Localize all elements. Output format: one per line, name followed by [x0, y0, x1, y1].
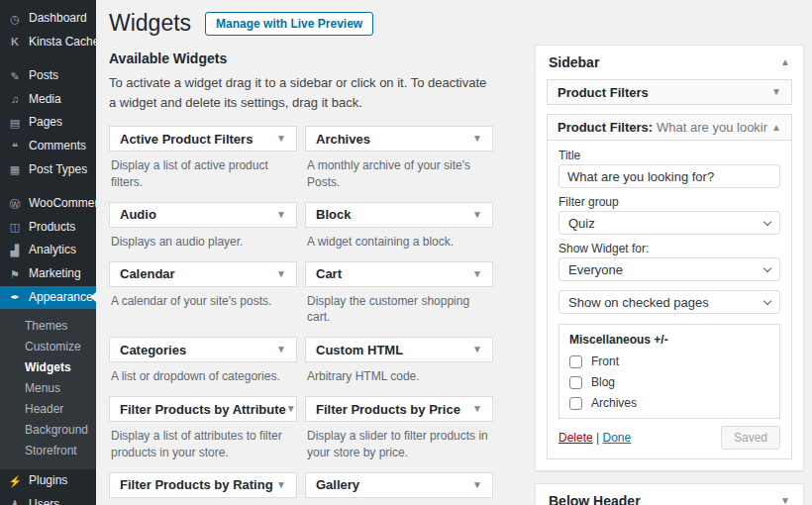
- checkbox-label: Front: [591, 354, 619, 368]
- title-field-label: Title: [558, 149, 780, 162]
- menu-separator: [0, 181, 96, 192]
- widget-title: Archives: [316, 132, 370, 147]
- widget-cell: Audio Displays an audio player.: [109, 202, 297, 261]
- links-separator: |: [596, 431, 599, 445]
- widget-description: A list or dropdown of categories.: [111, 368, 297, 385]
- sidebar-item-appearance[interactable]: Appearance: [0, 286, 96, 310]
- sidebar-panel-body: Product Filters Product Filters What are…: [536, 79, 803, 470]
- widget-card-audio[interactable]: Audio: [109, 202, 297, 228]
- widget-card-filter-products-by-price[interactable]: Filter Products by Price: [305, 396, 493, 422]
- sidebar-item-media[interactable]: Media: [0, 88, 96, 112]
- widget-subtitle: What are you looking for?: [657, 120, 767, 135]
- chevron-down-icon[interactable]: [780, 496, 790, 505]
- widget-title: Cart: [316, 266, 342, 281]
- chevron-down-icon[interactable]: [276, 269, 286, 279]
- saved-button[interactable]: Saved: [721, 426, 780, 450]
- widget-card-active-product-filters[interactable]: Active Product Filters: [109, 126, 297, 152]
- sidebar-item-marketing[interactable]: Marketing: [0, 262, 96, 286]
- delete-link[interactable]: Delete: [558, 431, 593, 445]
- widget-cell: Gallery Displays an image gallery.: [305, 472, 493, 505]
- sidebar-item-customize[interactable]: Customize: [0, 336, 96, 356]
- expanded-widget-header[interactable]: Product Filters What are you looking for…: [548, 115, 791, 141]
- widget-cell: Block A widget containing a block.: [305, 202, 493, 261]
- widget-description: A calendar of your site's posts.: [111, 293, 297, 310]
- manage-live-preview-button[interactable]: Manage with Live Preview: [205, 12, 373, 36]
- product-filters-expanded-widget: Product Filters What are you looking for…: [547, 114, 792, 459]
- widget-card-archives[interactable]: Archives: [305, 126, 493, 152]
- widget-cell: Active Product Filters Display a list of…: [109, 126, 297, 202]
- sidebar-item-themes[interactable]: Themes: [0, 315, 96, 336]
- show-widget-for-select[interactable]: Everyone: [558, 257, 780, 281]
- sidebar-item-menus[interactable]: Menus: [0, 377, 96, 398]
- chevron-down-icon[interactable]: [472, 345, 482, 354]
- chevron-down-icon[interactable]: [771, 87, 781, 97]
- sidebar-item-analytics[interactable]: Analytics: [0, 239, 96, 262]
- chevron-down-icon[interactable]: [276, 480, 286, 490]
- available-widgets-description: To activate a widget drag it to a sideba…: [109, 73, 493, 113]
- title-input[interactable]: [558, 164, 780, 188]
- chevron-down-icon[interactable]: [276, 345, 286, 354]
- sidebar-item-label: Media: [29, 92, 61, 108]
- miscellaneous-pages-box: Miscellaneous +/- Front Blog: [558, 324, 780, 419]
- sidebar-item-post-types[interactable]: Post Types: [0, 158, 96, 182]
- widget-card-block[interactable]: Block: [305, 202, 493, 228]
- sidebar-panel-header[interactable]: Sidebar: [536, 46, 803, 79]
- chevron-down-icon[interactable]: [276, 134, 286, 144]
- archives-checkbox[interactable]: [569, 397, 582, 410]
- sidebar-item-label: Analytics: [29, 243, 76, 258]
- sidebar-item-label: Users: [29, 497, 59, 505]
- show-on-pages-select[interactable]: Show on checked pages: [558, 290, 780, 314]
- sidebar-item-comments[interactable]: Comments: [0, 135, 96, 158]
- filter-group-select[interactable]: Quiz: [558, 211, 780, 235]
- filter-group-label: Filter group: [558, 195, 780, 209]
- widget-grid: Active Product Filters Display a list of…: [109, 126, 493, 505]
- chevron-down-icon[interactable]: [276, 210, 286, 220]
- below-header-panel-header[interactable]: Below Header: [536, 484, 803, 505]
- sidebar-item-dashboard[interactable]: Dashboard: [0, 7, 96, 31]
- sidebar-item-users[interactable]: Users: [0, 493, 96, 505]
- product-filters-collapsed-widget[interactable]: Product Filters: [547, 79, 792, 105]
- chevron-down-icon[interactable]: [472, 210, 482, 220]
- blog-checkbox[interactable]: [569, 376, 582, 389]
- sidebar-item-pages[interactable]: Pages: [0, 111, 96, 135]
- sidebar-item-background[interactable]: Background: [0, 419, 96, 440]
- chevron-down-icon[interactable]: [472, 269, 482, 279]
- posts-icon: [8, 69, 22, 83]
- chevron-down-icon[interactable]: [472, 134, 482, 144]
- sidebar-item-woocommerce[interactable]: WooCommerce: [0, 192, 96, 216]
- done-link[interactable]: Done: [603, 431, 632, 445]
- woocommerce-icon: [8, 197, 22, 211]
- widget-card-filter-products-by-rating[interactable]: Filter Products by Rating: [109, 472, 297, 498]
- chevron-down-icon[interactable]: [286, 404, 296, 414]
- page-header: Widgets Manage with Live Preview: [109, 9, 802, 39]
- submenu-item-label: Themes: [25, 319, 67, 333]
- sidebars-column: Sidebar Product Filters Product Filters …: [535, 45, 804, 505]
- users-icon: [8, 497, 22, 505]
- sidebar-item-header[interactable]: Header: [0, 398, 96, 419]
- available-widgets-heading: Available Widgets: [109, 50, 493, 66]
- widget-cell: Filter Products by Price Display a slide…: [305, 396, 493, 472]
- sidebar-item-plugins[interactable]: Plugins: [0, 469, 96, 493]
- sidebar-item-widgets[interactable]: Widgets: [0, 356, 96, 377]
- admin-sidebar: Dashboard Kinsta Cache Posts Media Pages…: [0, 0, 96, 505]
- sidebar-item-products[interactable]: Products: [0, 216, 96, 240]
- miscellaneous-heading[interactable]: Miscellaneous +/-: [569, 333, 769, 347]
- widget-card-categories[interactable]: Categories: [109, 337, 297, 362]
- appearance-submenu: Themes Customize Widgets Menus Header Ba…: [0, 309, 96, 469]
- sidebar-item-kinsta-cache[interactable]: Kinsta Cache: [0, 31, 96, 54]
- widget-card-calendar[interactable]: Calendar: [109, 261, 297, 287]
- widget-title: Categories: [120, 343, 186, 357]
- widget-card-custom-html[interactable]: Custom HTML: [305, 337, 493, 362]
- chevron-down-icon[interactable]: [472, 480, 482, 490]
- widget-card-cart[interactable]: Cart: [305, 261, 493, 287]
- collapse-up-icon[interactable]: [771, 123, 781, 133]
- widget-card-filter-products-by-attribute[interactable]: Filter Products by Attribute: [109, 396, 297, 422]
- widget-cell: Calendar A calendar of your site's posts…: [109, 261, 297, 338]
- sidebar-item-posts[interactable]: Posts: [0, 64, 96, 88]
- front-checkbox[interactable]: [569, 355, 582, 368]
- collapse-up-icon[interactable]: [780, 57, 790, 67]
- marketing-icon: [8, 267, 22, 281]
- widget-card-gallery[interactable]: Gallery: [305, 472, 493, 498]
- sidebar-item-storefront[interactable]: Storefront: [0, 440, 96, 460]
- chevron-down-icon[interactable]: [472, 404, 482, 414]
